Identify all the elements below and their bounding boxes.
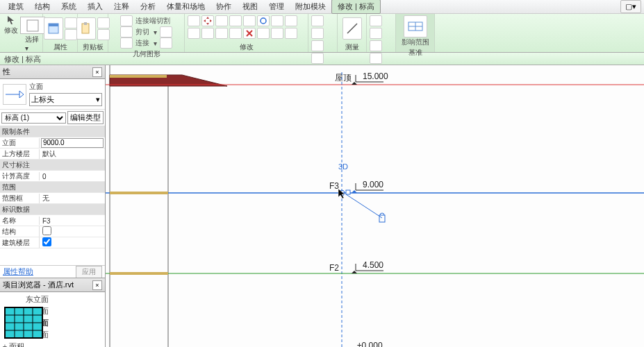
menu-manage[interactable]: 管理 [263,0,290,13]
ribbon-modify-panel: 修改 [185,14,308,52]
floor-slab-f2 [110,272,168,275]
copy-icon[interactable] [97,17,110,28]
select-tool-icon[interactable] [20,17,45,34]
properties-help-link[interactable]: 属性帮助 [3,266,33,277]
join-aux-icon[interactable] [160,37,172,49]
menu-massing[interactable]: 体量和场地 [161,0,210,13]
drawing-canvas[interactable]: 屋顶 15.000 F3 9.000 3D [106,65,644,347]
view4-icon[interactable] [311,53,324,64]
browser-title: 项目浏览器 - 酒店.rvt [3,280,74,290]
properties-small-2-icon[interactable] [65,29,77,40]
menu-annot[interactable]: 注释 [108,0,135,13]
tree-areas[interactable]: +面积 [1,341,104,347]
menu-addins[interactable]: 附加模块 [290,0,331,13]
level-f3-drag-handle[interactable] [346,190,350,194]
unpin-icon[interactable] [229,28,242,39]
measure-icon[interactable] [342,17,362,40]
align-icon[interactable] [188,15,200,26]
level-f2-value[interactable]: 4.500 [363,260,383,270]
extra3-icon[interactable] [285,28,297,39]
menu-view[interactable]: 视图 [237,0,263,13]
properties-panel-title[interactable]: 性 × [0,65,105,79]
offset-icon[interactable] [215,15,228,26]
trim-icon[interactable] [271,15,283,26]
create2-icon[interactable] [370,28,382,39]
ribbon-datum-panel: 影响范围 基准 [396,14,435,52]
ribbon-create-panel: 创建 [367,14,396,52]
extra2-icon[interactable] [271,28,283,39]
properties-small-1-icon[interactable] [65,17,77,28]
mirror-icon[interactable] [243,15,256,26]
extra1-icon[interactable] [257,28,270,39]
select-arrow-icon[interactable] [6,15,16,25]
menu-arch[interactable]: 建筑 [3,0,29,13]
section-dimensions[interactable]: 尺寸标注 [0,160,105,171]
create4-icon[interactable] [370,53,382,64]
create1-icon[interactable] [370,15,382,26]
menu-insert[interactable]: 插入 [82,0,108,13]
pin-icon[interactable] [215,28,228,39]
datum-3d-toggle[interactable]: 3D [338,162,348,171]
ribbon-measure-panel: 测量 [338,14,367,52]
ribbon-select-panel: 选择▾ [22,14,43,52]
prop-computation-height: 计算高度 0 [0,171,105,182]
apply-button[interactable]: 应用 [76,266,102,278]
split-icon[interactable] [285,15,297,26]
menu-struct[interactable]: 结构 [29,0,56,13]
elevation-input[interactable] [41,138,104,148]
cut-geo-label: 剪切 [134,27,151,37]
propagate-label: 影响范围 [400,37,431,47]
level-roof-value[interactable]: 15.000 [363,71,388,81]
cut-aux-icon[interactable] [160,26,172,37]
tree-east-elev[interactable]: 东立面 [1,294,104,305]
menu-sys[interactable]: 系统 [56,0,82,13]
instance-filter[interactable]: 标高 (1) [1,112,66,124]
level-f3-name[interactable]: F3 [329,181,339,191]
browser-close-icon[interactable]: × [92,280,102,290]
lock-icon[interactable] [379,215,385,222]
section-identity[interactable]: 标识数据 [0,204,105,215]
rotate-icon[interactable] [257,15,270,26]
ribbon-properties-panel: 属性 [43,14,78,52]
paste-button-icon[interactable] [76,17,96,40]
menu-bar: 建筑 结构 系统 插入 注释 分析 体量和场地 协作 视图 管理 附加模块 修改… [0,0,644,14]
level-f2-name[interactable]: F2 [329,263,339,273]
menu-collab[interactable]: 协作 [210,0,237,13]
close-icon[interactable]: × [92,67,102,77]
menu-modify-level[interactable]: 修改 | 标高 [331,0,381,14]
building-story-checkbox[interactable] [42,237,51,246]
panel-preview[interactable] [4,307,43,339]
propagate-extents-icon[interactable] [404,15,427,37]
cope-icon[interactable] [120,15,133,26]
view3-icon[interactable] [311,40,324,51]
create3-icon[interactable] [370,40,382,51]
type-selector[interactable]: 立面 上标头 ▾ [0,79,105,110]
join-icon[interactable] [120,37,133,49]
menu-analyze[interactable]: 分析 [135,0,161,13]
cut-icon[interactable] [97,29,110,40]
properties-icon[interactable] [44,17,63,40]
view2-icon[interactable] [311,28,324,39]
type-combo[interactable]: 上标头 ▾ [29,93,102,106]
move-icon[interactable] [201,15,214,26]
scale-icon[interactable] [201,28,214,39]
datum-panel-label: 基准 [408,48,422,58]
copy-mod-icon[interactable] [229,15,242,26]
cut-geo-icon[interactable] [120,26,133,37]
section-constraints[interactable]: 限制条件 [0,126,105,137]
view1-icon[interactable] [311,15,324,26]
svg-point-5 [261,18,266,24]
level-roof-name[interactable]: 屋顶 [335,73,352,83]
menu-end-control[interactable]: ▢▾ [620,0,641,13]
level-f1-value[interactable]: ±0.000 [357,341,383,347]
property-table: 限制条件 立面 上方楼层 默认 尺寸标注 计算高度 0 范围 范围框 无 标识数… [0,126,105,248]
level-f3-value[interactable]: 9.000 [363,180,383,189]
prop-name: 名称 F3 [0,215,105,226]
section-extents[interactable]: 范围 [0,182,105,193]
browser-title-bar[interactable]: 项目浏览器 - 酒店.rvt × [0,278,105,292]
delete-icon[interactable] [243,28,256,39]
edit-type-button[interactable]: 编辑类型 [67,111,104,124]
prop-building-story: 建筑楼层 [0,237,105,248]
structural-checkbox[interactable] [42,226,51,235]
array-icon[interactable] [188,28,200,39]
